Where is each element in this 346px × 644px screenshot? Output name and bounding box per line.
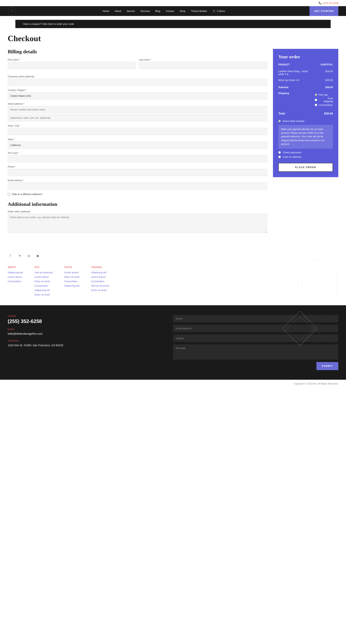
footer-col-about: ABOUT Adipiscing elit Lorem ipsum Consec… [8,266,23,298]
last-name-input[interactable] [139,62,267,69]
coupon-text: Have a coupon? Click here to enter your … [23,22,74,26]
footer-tools-heading: TOOLS [64,266,79,268]
street-group: Street address * [8,102,267,122]
nav-theme-builder[interactable]: Theme Builder [188,6,210,16]
footer-tools-link-4[interactable]: Adipiscing elit [64,284,79,287]
nav-service[interactable]: Service [124,6,138,16]
shipping-free: Free shipping [315,97,333,103]
footer-tools-link-1[interactable]: Lorem ipsum [64,271,79,274]
shipping-row: Shipping Flat rate [278,90,333,110]
col-subtotal: Subtotal [315,63,333,68]
youtube-icon[interactable]: ▶ [35,253,41,258]
shipping-flat-radio[interactable] [315,94,317,96]
company-label: Company name (optional) [8,75,267,78]
footer-tools-link-2[interactable]: Dolor sit amet [64,276,79,278]
zip-input[interactable] [8,155,267,162]
payment-section: Direct bank transfer Make your payment d… [278,120,333,158]
footer-trading-link-5[interactable]: Dolor sit amet [91,289,109,292]
order-title: Your order [278,54,333,60]
billing-section: Billing details First name * Last name * [8,49,267,234]
instagram-icon[interactable]: ◎ [26,253,31,258]
shipping-local-radio[interactable] [315,104,317,106]
address-label: ADDRESS [8,340,173,342]
shipping-free-radio[interactable] [315,99,317,101]
phone-input[interactable] [8,169,267,176]
footer-trading-link-2[interactable]: Lorem ipsum [91,276,109,278]
footer-divi-link-5[interactable]: Adipiscing elit [34,289,53,292]
zip-group: ZIP Code * [8,152,267,162]
footer-divi-link-1[interactable]: Sed do eiusmod [34,271,53,274]
nav-blog[interactable]: Blog [153,6,163,16]
state-group: State * California [8,138,267,149]
contact-email-input[interactable] [173,325,338,332]
copyright: Copyright © 2023 Divi. All Rights Reserv… [0,380,346,388]
footer-about-link-3[interactable]: Consectetur [8,280,23,283]
payment-bank-radio[interactable] [278,120,281,122]
city-group: Town / City * [8,124,267,135]
svg-marker-2 [315,268,338,295]
first-name-input[interactable] [8,62,136,69]
footer-divi-link-3[interactable]: Dolor sit amet [34,280,53,283]
navbar: D Home About Service Services Blog Conta… [0,6,346,16]
submit-button[interactable]: SUBMIT [317,362,338,370]
country-group: Country / Region * United States (US) [8,89,267,100]
order-table: Product Subtotal Leather Pencil Bag - sm… [278,63,333,116]
payment-cash-radio[interactable] [278,156,281,158]
phone-label: Phone * [8,166,267,168]
ship-different-checkbox[interactable] [8,193,10,196]
nav-about[interactable]: About [112,6,124,16]
ship-different-label: Ship to a different address? [8,193,267,196]
billing-title: Billing details [8,49,267,55]
phone-group: Phone * [8,166,267,176]
contact-info: PHONE (255) 352-6258 EMAIL hello@divibro… [8,315,173,370]
state-select[interactable]: California [8,142,267,149]
coupon-bar[interactable]: Have a coupon? Click here to enter your … [15,20,331,28]
payment-check-radio[interactable] [278,151,281,154]
nav-services[interactable]: Services [138,6,153,16]
zip-label: ZIP Code * [8,152,267,154]
contact-subject-input[interactable] [173,334,338,342]
cart-icon: 🛒 [213,10,216,12]
footer-trading-link-4[interactable]: Sed do eiusmod [91,284,109,287]
footer-about-link-1[interactable]: Adipiscing elit [8,271,23,274]
contact-message-textarea[interactable] [173,344,338,360]
shipping-flat: Flat rate [315,93,333,96]
contact-email: hello@divibrokeragefirm.com [8,332,173,336]
city-input[interactable] [8,128,267,135]
get-started-button[interactable]: GET STARTED [310,6,338,16]
street-input[interactable] [8,106,267,113]
footer-trading-heading: TRADING [91,266,109,268]
footer-about-link-2[interactable]: Lorem ipsum [8,276,23,278]
payment-cash: Cash on delivery [278,156,333,158]
place-order-button[interactable]: PLACE ORDER [278,163,333,172]
footer-tools-link-3[interactable]: Consectetur [64,280,79,283]
footer-divi-link-2[interactable]: Lorem ipsum [34,276,53,278]
footer-links: ABOUT Adipiscing elit Lorem ipsum Consec… [0,262,346,305]
footer-divi-link-6[interactable]: Dolor sit amet [34,293,53,296]
nav-links: Home About Service Services Blog Contact… [100,6,228,16]
payment-bank-transfer: Direct bank transfer [278,120,333,122]
page-title: Checkout [8,34,338,43]
nav-shop[interactable]: Shop [177,6,188,16]
twitter-icon[interactable]: ✕ [17,253,22,258]
country-label: Country / Region * [8,89,267,92]
country-select[interactable]: United States (US) [8,92,267,100]
cart-count: 2 Items [217,10,225,12]
nav-home[interactable]: Home [100,6,112,16]
street2-input[interactable] [8,114,267,122]
col-product: Product [278,63,315,68]
phone-icon: 📞 [319,2,322,4]
nav-contact[interactable]: Contact [163,6,177,16]
facebook-icon[interactable]: f [8,253,13,258]
order-notes-textarea[interactable] [8,214,267,233]
email-input[interactable] [8,182,267,190]
phone-number: (255) 352-6258 [323,2,338,4]
footer-divi-link-4[interactable]: Consectetur [34,284,53,287]
shipping-local: Local pickup [315,104,333,106]
contact-name-input[interactable] [173,315,338,322]
svg-marker-0 [298,258,337,304]
footer-trading-link-1[interactable]: Adipiscing elit [91,271,109,274]
company-input[interactable] [8,79,267,86]
nav-cart[interactable]: 🛒 2 Items [210,6,228,16]
footer-trading-link-3[interactable]: Consectetur [91,280,109,283]
